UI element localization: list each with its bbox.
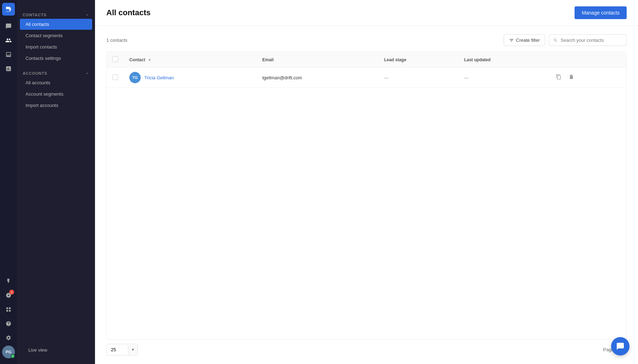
contacts-section: CONTACTS All contacts Contact segments I… (17, 10, 95, 64)
create-filter-button[interactable]: Create filter (504, 34, 545, 46)
actions-col-header (549, 52, 626, 68)
sidebar-item-all-accounts[interactable]: All accounts (20, 77, 92, 88)
rocket-icon[interactable]: 1 (2, 289, 15, 302)
row-checkbox[interactable] (112, 74, 118, 80)
contact-sort-icon: ▼ (148, 58, 151, 62)
row-actions-cell (549, 68, 626, 88)
toolbar: 1 contacts Create filter (106, 34, 627, 46)
contacts-nav-icon[interactable] (2, 34, 15, 47)
table-body: TG Tricia Gellman tgellman@drift.com — (107, 68, 626, 88)
table-row: TG Tricia Gellman tgellman@drift.com — (107, 68, 626, 88)
page-title: All contacts (106, 8, 151, 17)
search-icon (553, 38, 558, 43)
icon-bar: 1 PG ✓ (0, 0, 17, 364)
copy-contact-button[interactable] (554, 73, 563, 82)
accounts-section: ACCOUNTS All accounts Account segments I… (17, 68, 95, 111)
delete-contact-button[interactable] (567, 73, 576, 82)
page-size-select-wrap: 25 50 100 (107, 344, 128, 355)
icon-bar-bottom: 1 PG ✓ (2, 275, 15, 361)
sidebar-item-import-accounts[interactable]: Import accounts (20, 100, 92, 111)
contacts-section-title[interactable]: CONTACTS (17, 10, 95, 18)
rocket-badge: 1 (9, 290, 14, 295)
contact-cell: TG Tricia Gellman (124, 68, 257, 88)
contact-avatar: TG (129, 72, 141, 83)
sidebar-item-live-view[interactable]: Live view (23, 345, 89, 356)
select-arrow-icon: ▼ (128, 345, 138, 354)
help-icon[interactable] (2, 317, 15, 330)
contact-name-link[interactable]: Tricia Gellman (144, 75, 174, 80)
page-size-dropdown[interactable]: 25 50 100 (107, 344, 128, 355)
sidebar-footer: Live view (17, 342, 95, 358)
icon-bar-top (2, 3, 15, 273)
grid-icon[interactable] (2, 303, 15, 316)
sidebar-item-contacts-settings[interactable]: Contacts settings (20, 53, 92, 64)
contacts-count: 1 contacts (106, 38, 127, 43)
search-input[interactable] (561, 38, 622, 43)
email-cell: tgellman@drift.com (257, 68, 379, 88)
main-area: All contacts Manage contacts 1 contacts … (95, 0, 638, 364)
toolbar-right: Create filter (504, 34, 627, 46)
page-size-selector: 25 50 100 ▼ (106, 344, 138, 356)
inbox-nav-icon[interactable] (2, 48, 15, 61)
row-actions (554, 73, 621, 82)
contact-col-header[interactable]: Contact ▼ (124, 52, 257, 68)
bolt-icon[interactable] (2, 275, 15, 288)
logo-button[interactable] (2, 3, 15, 16)
chat-nav-icon[interactable] (2, 20, 15, 33)
search-box (549, 34, 627, 46)
content-area: 1 contacts Create filter (95, 26, 638, 364)
sidebar-item-account-segments[interactable]: Account segments (20, 89, 92, 99)
manage-contacts-button[interactable]: Manage contacts (575, 6, 627, 19)
chat-fab-icon (616, 342, 625, 351)
analytics-nav-icon[interactable] (2, 62, 15, 75)
email-col-header: Email (257, 52, 379, 68)
lead-stage-cell: — (379, 68, 459, 88)
last-updated-cell: — (458, 68, 548, 88)
table-header: Contact ▼ Email Lead stage Last updated (107, 52, 626, 68)
chat-fab-button[interactable] (611, 337, 629, 356)
select-all-checkbox[interactable] (112, 56, 118, 62)
table-footer: 25 50 100 ▼ Page 1 of 1 (106, 340, 627, 356)
avatar-check-badge: ✓ (11, 354, 15, 358)
settings-icon[interactable] (2, 331, 15, 344)
sidebar-item-contact-segments[interactable]: Contact segments (20, 30, 92, 41)
accounts-section-title[interactable]: ACCOUNTS (17, 68, 95, 77)
main-header: All contacts Manage contacts (95, 0, 638, 26)
last-updated-col-header: Last updated (458, 52, 548, 68)
row-checkbox-cell (107, 68, 124, 88)
contacts-table-wrap: Contact ▼ Email Lead stage Last updated (106, 52, 627, 340)
lead-stage-col-header: Lead stage (379, 52, 459, 68)
contacts-table: Contact ▼ Email Lead stage Last updated (107, 52, 626, 88)
sidebar: CONTACTS All contacts Contact segments I… (17, 0, 95, 364)
sidebar-item-all-contacts[interactable]: All contacts (20, 19, 92, 30)
filter-icon (509, 38, 514, 43)
select-all-header (107, 52, 124, 68)
avatar-initials: PG (6, 350, 11, 354)
user-avatar[interactable]: PG ✓ (2, 346, 15, 358)
sidebar-item-import-contacts[interactable]: Import contacts (20, 41, 92, 52)
